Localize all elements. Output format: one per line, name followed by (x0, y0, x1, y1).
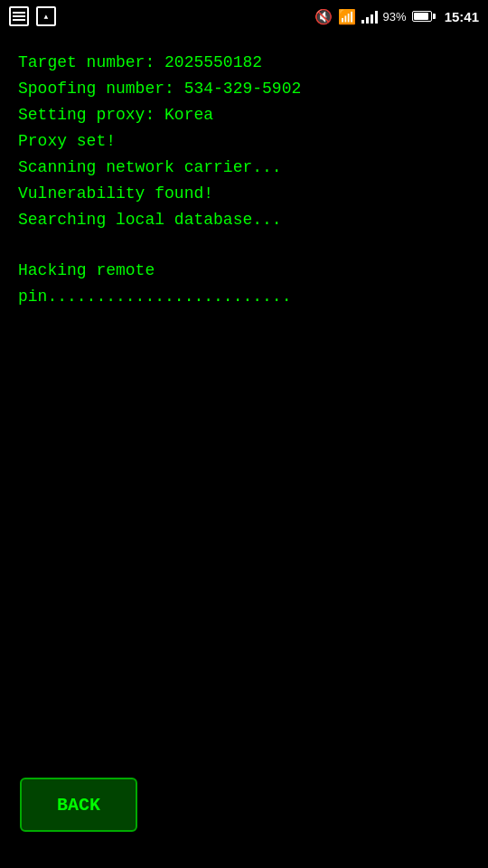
wifi-icon: 📶 (338, 8, 356, 25)
terminal-line-1: Target number: 2025550182 (18, 51, 470, 75)
terminal-line-3: Setting proxy: Korea (18, 103, 470, 127)
status-time: 15:41 (445, 9, 479, 24)
terminal-output: Target number: 2025550182 Spoofing numbe… (0, 33, 488, 320)
signal-icon (361, 9, 378, 24)
status-bar-left-icons (9, 6, 56, 26)
terminal-line-5: Scanning network carrier... (18, 156, 470, 180)
status-bar-right-icons: 🔇 📶 93% 15:41 (314, 8, 479, 25)
terminal-line-2: Spoofing number: 534-329-5902 (18, 77, 470, 101)
battery-percentage: 93% (383, 10, 407, 24)
terminal-line-7: Searching local database... (18, 208, 470, 232)
terminal-line-8: Hacking remote (18, 259, 470, 283)
photo-icon (36, 6, 56, 26)
back-button[interactable]: BACK (20, 778, 137, 832)
terminal-blank-line (18, 234, 470, 259)
terminal-line-6: Vulnerability found! (18, 182, 470, 206)
terminal-line-9: pin......................... (18, 285, 470, 309)
terminal-line-4: Proxy set! (18, 129, 470, 154)
battery-icon (412, 11, 436, 22)
mute-icon: 🔇 (314, 8, 333, 25)
status-bar: 🔇 📶 93% 15:41 (0, 0, 488, 33)
menu-icon (9, 6, 29, 26)
